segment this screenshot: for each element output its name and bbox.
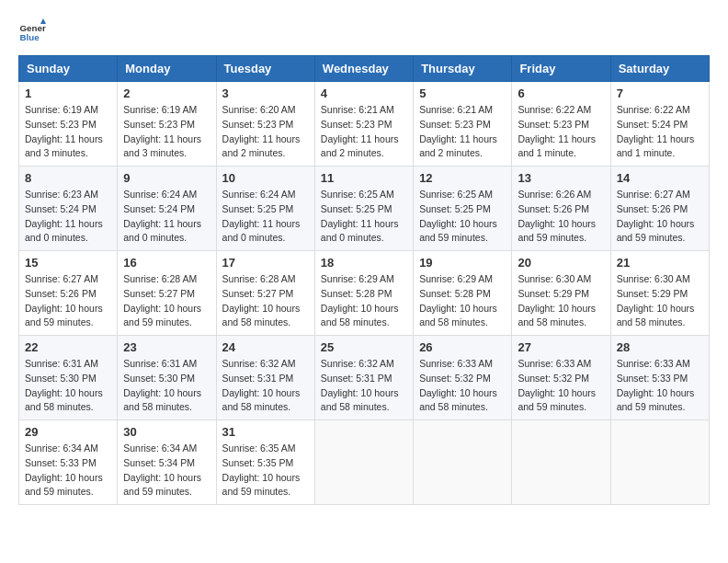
day-number: 20 — [518, 256, 604, 270]
day-info: Sunrise: 6:19 AM Sunset: 5:23 PM Dayligh… — [123, 103, 210, 161]
header-wednesday: Wednesday — [314, 56, 413, 82]
day-cell-7: 7 Sunrise: 6:22 AM Sunset: 5:24 PM Dayli… — [610, 82, 709, 167]
empty-cell — [414, 420, 512, 505]
svg-text:General: General — [20, 23, 47, 33]
day-cell-15: 15 Sunrise: 6:27 AM Sunset: 5:26 PM Dayl… — [19, 251, 118, 336]
day-number: 24 — [222, 340, 309, 354]
day-number: 31 — [222, 425, 309, 439]
day-info: Sunrise: 6:31 AM Sunset: 5:30 PM Dayligh… — [123, 357, 210, 415]
logo: General Blue — [18, 18, 46, 46]
day-number: 16 — [123, 256, 210, 270]
day-info: Sunrise: 6:30 AM Sunset: 5:29 PM Dayligh… — [518, 272, 604, 330]
header-tuesday: Tuesday — [216, 56, 314, 82]
day-number: 23 — [123, 340, 210, 354]
day-info: Sunrise: 6:33 AM Sunset: 5:32 PM Dayligh… — [419, 357, 506, 415]
day-info: Sunrise: 6:30 AM Sunset: 5:29 PM Dayligh… — [617, 272, 703, 330]
calendar-header-row: SundayMondayTuesdayWednesdayThursdayFrid… — [19, 56, 710, 82]
day-cell-20: 20 Sunrise: 6:30 AM Sunset: 5:29 PM Dayl… — [512, 251, 610, 336]
day-cell-22: 22 Sunrise: 6:31 AM Sunset: 5:30 PM Dayl… — [19, 336, 118, 420]
day-info: Sunrise: 6:19 AM Sunset: 5:23 PM Dayligh… — [25, 103, 111, 161]
svg-marker-2 — [40, 18, 46, 24]
calendar-week-4: 22 Sunrise: 6:31 AM Sunset: 5:30 PM Dayl… — [19, 336, 710, 420]
day-number: 22 — [25, 340, 111, 354]
day-number: 21 — [617, 256, 703, 270]
empty-cell — [610, 420, 709, 505]
day-cell-11: 11 Sunrise: 6:25 AM Sunset: 5:25 PM Dayl… — [314, 167, 413, 251]
day-info: Sunrise: 6:29 AM Sunset: 5:28 PM Dayligh… — [321, 272, 407, 330]
day-cell-8: 8 Sunrise: 6:23 AM Sunset: 5:24 PM Dayli… — [19, 167, 118, 251]
day-number: 3 — [222, 86, 309, 100]
day-info: Sunrise: 6:27 AM Sunset: 5:26 PM Dayligh… — [25, 272, 111, 330]
day-cell-1: 1 Sunrise: 6:19 AM Sunset: 5:23 PM Dayli… — [19, 82, 118, 167]
day-number: 26 — [419, 340, 506, 354]
day-number: 18 — [321, 256, 407, 270]
day-cell-6: 6 Sunrise: 6:22 AM Sunset: 5:23 PM Dayli… — [512, 82, 610, 167]
day-number: 14 — [617, 171, 703, 185]
day-cell-23: 23 Sunrise: 6:31 AM Sunset: 5:30 PM Dayl… — [118, 336, 216, 420]
day-number: 10 — [222, 171, 309, 185]
day-info: Sunrise: 6:32 AM Sunset: 5:31 PM Dayligh… — [222, 357, 309, 415]
day-cell-19: 19 Sunrise: 6:29 AM Sunset: 5:28 PM Dayl… — [414, 251, 512, 336]
day-info: Sunrise: 6:21 AM Sunset: 5:23 PM Dayligh… — [321, 103, 407, 161]
day-info: Sunrise: 6:32 AM Sunset: 5:31 PM Dayligh… — [321, 357, 407, 415]
day-info: Sunrise: 6:34 AM Sunset: 5:34 PM Dayligh… — [123, 442, 210, 500]
day-number: 30 — [123, 425, 210, 439]
day-info: Sunrise: 6:22 AM Sunset: 5:23 PM Dayligh… — [518, 103, 604, 161]
day-info: Sunrise: 6:28 AM Sunset: 5:27 PM Dayligh… — [222, 272, 309, 330]
day-info: Sunrise: 6:33 AM Sunset: 5:32 PM Dayligh… — [518, 357, 604, 415]
day-info: Sunrise: 6:24 AM Sunset: 5:25 PM Dayligh… — [222, 188, 309, 246]
day-info: Sunrise: 6:33 AM Sunset: 5:33 PM Dayligh… — [617, 357, 703, 415]
day-cell-17: 17 Sunrise: 6:28 AM Sunset: 5:27 PM Dayl… — [216, 251, 314, 336]
day-number: 13 — [518, 171, 604, 185]
day-cell-4: 4 Sunrise: 6:21 AM Sunset: 5:23 PM Dayli… — [314, 82, 413, 167]
day-number: 19 — [419, 256, 506, 270]
day-cell-14: 14 Sunrise: 6:27 AM Sunset: 5:26 PM Dayl… — [610, 167, 709, 251]
calendar-week-3: 15 Sunrise: 6:27 AM Sunset: 5:26 PM Dayl… — [19, 251, 710, 336]
header-sunday: Sunday — [19, 56, 118, 82]
day-cell-30: 30 Sunrise: 6:34 AM Sunset: 5:34 PM Dayl… — [118, 420, 216, 505]
day-info: Sunrise: 6:28 AM Sunset: 5:27 PM Dayligh… — [123, 272, 210, 330]
day-info: Sunrise: 6:21 AM Sunset: 5:23 PM Dayligh… — [419, 103, 506, 161]
day-number: 25 — [321, 340, 407, 354]
day-info: Sunrise: 6:29 AM Sunset: 5:28 PM Dayligh… — [419, 272, 506, 330]
day-number: 15 — [25, 256, 111, 270]
day-number: 27 — [518, 340, 604, 354]
day-info: Sunrise: 6:25 AM Sunset: 5:25 PM Dayligh… — [321, 188, 407, 246]
day-cell-9: 9 Sunrise: 6:24 AM Sunset: 5:24 PM Dayli… — [118, 167, 216, 251]
day-number: 12 — [419, 171, 506, 185]
page-header: General Blue — [18, 18, 710, 46]
calendar-week-2: 8 Sunrise: 6:23 AM Sunset: 5:24 PM Dayli… — [19, 167, 710, 251]
day-number: 9 — [123, 171, 210, 185]
header-saturday: Saturday — [610, 56, 709, 82]
day-number: 6 — [518, 86, 604, 100]
day-info: Sunrise: 6:24 AM Sunset: 5:24 PM Dayligh… — [123, 188, 210, 246]
empty-cell — [512, 420, 610, 505]
day-cell-10: 10 Sunrise: 6:24 AM Sunset: 5:25 PM Dayl… — [216, 167, 314, 251]
day-number: 7 — [617, 86, 703, 100]
day-cell-21: 21 Sunrise: 6:30 AM Sunset: 5:29 PM Dayl… — [610, 251, 709, 336]
day-cell-26: 26 Sunrise: 6:33 AM Sunset: 5:32 PM Dayl… — [414, 336, 512, 420]
day-cell-25: 25 Sunrise: 6:32 AM Sunset: 5:31 PM Dayl… — [314, 336, 413, 420]
svg-text:Blue: Blue — [20, 32, 40, 42]
day-number: 1 — [25, 86, 111, 100]
day-cell-18: 18 Sunrise: 6:29 AM Sunset: 5:28 PM Dayl… — [314, 251, 413, 336]
day-info: Sunrise: 6:25 AM Sunset: 5:25 PM Dayligh… — [419, 188, 506, 246]
day-cell-24: 24 Sunrise: 6:32 AM Sunset: 5:31 PM Dayl… — [216, 336, 314, 420]
header-friday: Friday — [512, 56, 610, 82]
day-number: 29 — [25, 425, 111, 439]
day-info: Sunrise: 6:34 AM Sunset: 5:33 PM Dayligh… — [25, 442, 111, 500]
day-number: 5 — [419, 86, 506, 100]
day-info: Sunrise: 6:22 AM Sunset: 5:24 PM Dayligh… — [617, 103, 703, 161]
day-info: Sunrise: 6:31 AM Sunset: 5:30 PM Dayligh… — [25, 357, 111, 415]
empty-cell — [314, 420, 413, 505]
day-info: Sunrise: 6:23 AM Sunset: 5:24 PM Dayligh… — [25, 188, 111, 246]
day-cell-12: 12 Sunrise: 6:25 AM Sunset: 5:25 PM Dayl… — [414, 167, 512, 251]
day-info: Sunrise: 6:20 AM Sunset: 5:23 PM Dayligh… — [222, 103, 309, 161]
day-cell-13: 13 Sunrise: 6:26 AM Sunset: 5:26 PM Dayl… — [512, 167, 610, 251]
day-cell-3: 3 Sunrise: 6:20 AM Sunset: 5:23 PM Dayli… — [216, 82, 314, 167]
calendar-week-5: 29 Sunrise: 6:34 AM Sunset: 5:33 PM Dayl… — [19, 420, 710, 505]
day-cell-27: 27 Sunrise: 6:33 AM Sunset: 5:32 PM Dayl… — [512, 336, 610, 420]
day-cell-2: 2 Sunrise: 6:19 AM Sunset: 5:23 PM Dayli… — [118, 82, 216, 167]
header-monday: Monday — [118, 56, 216, 82]
calendar-table: SundayMondayTuesdayWednesdayThursdayFrid… — [18, 55, 710, 505]
